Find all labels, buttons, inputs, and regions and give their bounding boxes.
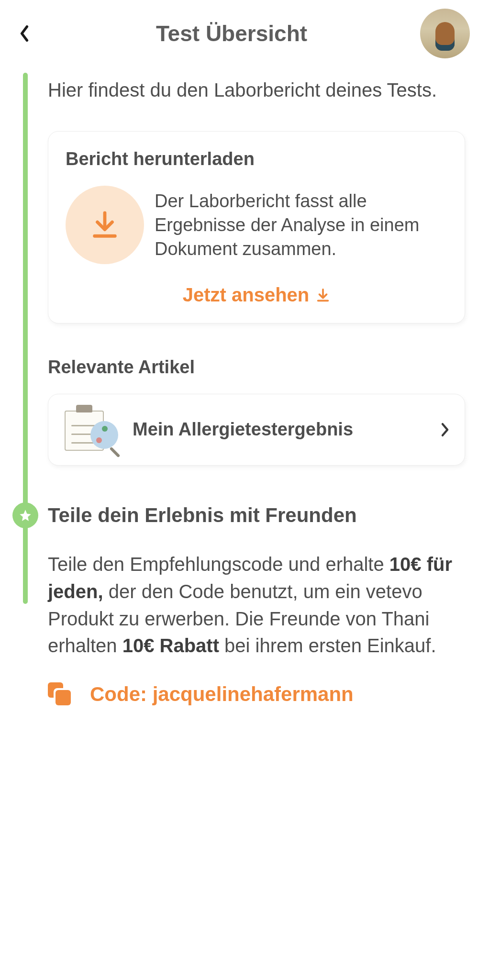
- articles-section-title: Relevante Artikel: [48, 357, 465, 378]
- download-icon: [90, 210, 120, 240]
- share-description: Teile den Empfehlungscode und erhalte 10…: [48, 551, 460, 659]
- back-button[interactable]: [19, 22, 43, 45]
- chevron-left-icon: [19, 25, 30, 42]
- article-thumbnail: [63, 408, 119, 452]
- chevron-right-icon: [440, 422, 450, 438]
- referral-code-row[interactable]: Code: jacquelinehafermann: [48, 682, 460, 706]
- view-report-button[interactable]: Jetzt ansehen: [66, 278, 447, 306]
- download-icon-circle: [66, 186, 144, 264]
- download-small-icon: [316, 288, 330, 302]
- share-milestone: Teile dein Erlebnis mit Freunden: [0, 504, 489, 527]
- intro-text: Hier findest du den Laborbericht deines …: [48, 78, 465, 102]
- app-header: Test Übersicht: [0, 0, 489, 63]
- pet-avatar[interactable]: [420, 9, 470, 58]
- referral-code-text: Code: jacquelinehafermann: [90, 683, 354, 706]
- copy-icon: [48, 682, 72, 706]
- share-section-title: Teile dein Erlebnis mit Freunden: [48, 504, 357, 527]
- star-icon: [19, 509, 32, 522]
- download-card-description: Der Laborbericht fasst alle Ergebnisse d…: [155, 189, 447, 261]
- download-card-title: Bericht herunterladen: [66, 149, 447, 169]
- view-report-label: Jetzt ansehen: [183, 284, 310, 306]
- milestone-dot: [12, 502, 38, 528]
- download-report-card: Bericht herunterladen Der Laborbericht f…: [48, 131, 465, 323]
- article-title: Mein Allergietestergebnis: [133, 418, 426, 441]
- page-title: Test Übersicht: [43, 21, 420, 46]
- article-item[interactable]: Mein Allergietestergebnis: [48, 394, 465, 466]
